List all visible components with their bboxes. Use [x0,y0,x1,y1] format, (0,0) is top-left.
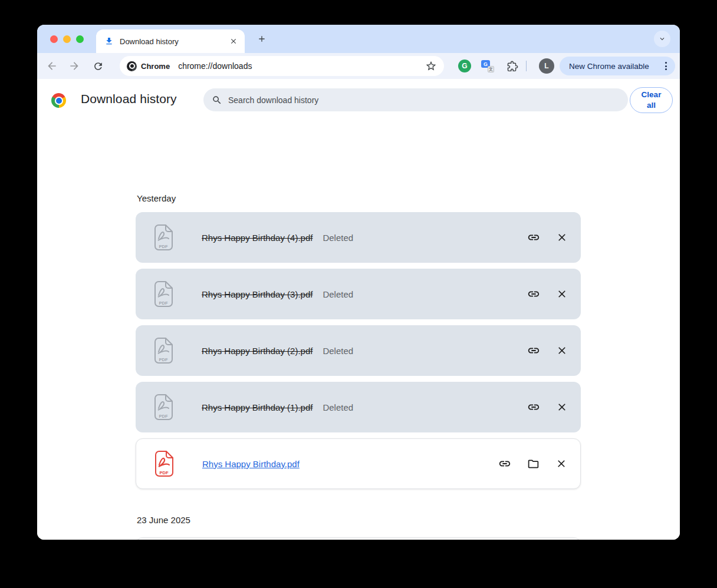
download-filename: Rhys Happy Birthday (1).pdf [202,402,313,412]
section-heading-date: 23 June 2025 [137,515,190,525]
remove-download-button[interactable] [555,343,569,358]
search-input[interactable] [228,95,620,105]
chrome-glyph-icon [127,61,137,71]
download-status: Deleted [323,233,353,243]
new-tab-button[interactable] [254,31,270,47]
extensions-puzzle-icon[interactable] [505,60,518,72]
grammarly-extension-icon[interactable]: G [458,60,471,72]
clear-all-button[interactable]: Clear all [630,87,673,113]
pdf-file-icon: PDF [152,337,175,364]
download-filename: Rhys Happy Birthday (2).pdf [202,346,313,356]
pdf-file-icon: PDF [152,280,175,308]
minimize-window-button[interactable] [63,35,71,43]
site-chip[interactable]: Chrome [127,61,170,71]
download-filename: Rhys Happy Birthday (4).pdf [202,233,313,243]
download-icon [104,37,114,46]
browser-window: Download history Chrome chrome://d [37,25,680,540]
back-button[interactable] [45,59,59,73]
pdf-file-icon: PDF [152,224,175,251]
download-row: e-overflakkee-netherlands-oipi.w… [136,537,581,540]
download-file-link[interactable]: Rhys Happy Birthday.pdf [202,459,300,469]
traffic-lights [50,35,84,43]
copy-link-button[interactable] [527,343,541,358]
tab-strip: Download history [37,25,680,53]
section-heading-yesterday: Yesterday [137,193,176,203]
search-icon [212,95,222,105]
svg-text:PDF: PDF [159,357,168,362]
site-chip-label: Chrome [141,62,170,71]
tab-search-chevron-icon[interactable] [654,31,670,47]
pdf-file-icon: PDF [153,450,175,477]
remove-download-button[interactable] [555,230,569,245]
forward-button[interactable] [67,59,81,73]
copy-link-button[interactable] [527,400,541,414]
toolbar-divider [526,61,527,71]
profile-avatar[interactable]: L [539,58,554,74]
download-row: PDF Rhys Happy Birthday (3).pdf Deleted [136,269,581,319]
tab-download-history[interactable]: Download history [96,29,245,53]
address-bar[interactable]: Chrome chrome://downloads [120,56,444,76]
bookmark-star-icon[interactable] [425,60,437,72]
svg-text:PDF: PDF [159,414,168,419]
copy-link-button[interactable] [527,287,541,301]
translate-grey-square: 文 [488,66,494,72]
update-chrome-button[interactable]: New Chrome available [560,57,675,75]
zoom-window-button[interactable] [76,35,84,43]
browser-menu-icon[interactable] [662,60,670,72]
svg-text:PDF: PDF [159,300,168,306]
downloads-page: Download history Clear all Yesterday PDF… [37,79,680,540]
downloads-search-bar[interactable] [203,88,628,111]
copy-link-button[interactable] [527,230,541,245]
page-title: Download history [81,92,177,106]
remove-download-button[interactable] [554,457,568,471]
update-chrome-label: New Chrome available [569,62,662,71]
browser-toolbar: Chrome chrome://downloads G G 文 L New Ch… [37,53,680,79]
download-row: PDF Rhys Happy Birthday.pdf [136,438,581,489]
show-in-folder-button[interactable] [526,457,540,471]
download-row: PDF Rhys Happy Birthday (4).pdf Deleted [136,212,581,263]
remove-download-button[interactable] [555,400,569,414]
download-status: Deleted [323,402,353,412]
tab-close-icon[interactable] [228,36,239,47]
url-text[interactable]: chrome://downloads [178,61,425,71]
svg-text:PDF: PDF [160,470,169,475]
download-filename: Rhys Happy Birthday (3).pdf [202,289,313,299]
download-row: PDF Rhys Happy Birthday (1).pdf Deleted [136,382,581,432]
tab-title: Download history [120,37,228,46]
download-status: Deleted [323,346,353,356]
download-status: Deleted [323,289,353,299]
reload-button[interactable] [91,59,105,73]
download-row: PDF Rhys Happy Birthday (2).pdf Deleted [136,325,581,376]
chrome-logo [51,93,66,108]
copy-link-button[interactable] [498,457,512,471]
pdf-file-icon: PDF [152,394,175,421]
translate-extension-icon[interactable]: G 文 [481,60,494,72]
svg-text:PDF: PDF [159,244,168,249]
close-window-button[interactable] [50,35,58,43]
remove-download-button[interactable] [555,287,569,301]
